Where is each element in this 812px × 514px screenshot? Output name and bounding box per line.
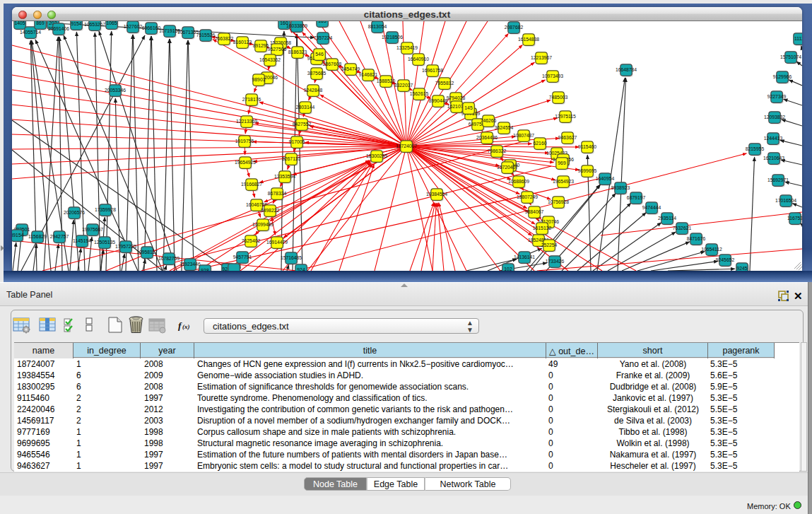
svg-text:10671355: 10671355 [177, 30, 199, 35]
svg-text:9245652: 9245652 [716, 257, 735, 262]
svg-text:917005: 917005 [289, 139, 305, 144]
svg-text:19218506: 19218506 [382, 35, 403, 40]
svg-text:1244413: 1244413 [764, 136, 783, 141]
svg-text:10654112: 10654112 [701, 247, 722, 252]
svg-text:9463627: 9463627 [558, 135, 577, 140]
svg-text:9474444: 9474444 [642, 205, 661, 210]
svg-text:869: 869 [36, 21, 45, 25]
svg-text:17359928: 17359928 [95, 207, 116, 212]
svg-text:252254: 252254 [541, 243, 558, 247]
svg-text:10973493: 10973493 [542, 74, 563, 78]
svg-text:20364436: 20364436 [476, 135, 498, 140]
svg-text:19166827: 19166827 [241, 182, 262, 187]
svg-text:14099489: 14099489 [252, 222, 273, 227]
svg-text:1640954: 1640954 [596, 176, 615, 181]
svg-text:16210643: 16210643 [763, 156, 784, 160]
svg-text:9884067: 9884067 [525, 209, 544, 214]
svg-text:116753: 116753 [787, 216, 802, 221]
svg-text:16914479: 16914479 [266, 240, 288, 245]
svg-text:3498222: 3498222 [261, 208, 280, 213]
svg-text:9227349: 9227349 [767, 94, 787, 99]
svg-text:2935114: 2935114 [658, 216, 676, 221]
svg-text:9115460: 9115460 [578, 144, 596, 149]
svg-text:1615132: 1615132 [533, 226, 552, 230]
svg-text:7955812: 7955812 [435, 81, 454, 86]
svg-text:19384554: 19384554 [426, 192, 447, 197]
svg-text:20053346: 20053346 [105, 88, 126, 93]
svg-text:15751074: 15751074 [780, 54, 801, 59]
svg-text:12975115: 12975115 [555, 114, 576, 119]
svg-text:10958117: 10958117 [136, 250, 158, 255]
svg-text:8938923: 8938923 [611, 185, 630, 190]
svg-text:8471676: 8471676 [687, 236, 706, 241]
svg-text:8427552: 8427552 [293, 122, 312, 127]
svg-text:6879197: 6879197 [627, 195, 646, 200]
svg-text:2087682: 2087682 [505, 25, 524, 30]
svg-text:13353594: 13353594 [274, 174, 295, 179]
svg-text:18807249: 18807249 [517, 194, 538, 199]
svg-text:145: 145 [464, 105, 473, 110]
svg-text:39154: 39154 [12, 233, 24, 238]
svg-text:16782759: 16782759 [158, 256, 180, 261]
svg-text:928: 928 [201, 268, 209, 271]
svg-text:12213967: 12213967 [531, 55, 552, 60]
svg-text:8454749: 8454749 [341, 66, 360, 71]
svg-text:3624554: 3624554 [495, 125, 514, 130]
svg-text:16154838: 16154838 [518, 37, 539, 42]
svg-text:2942757: 2942757 [50, 234, 69, 239]
svg-text:8186323: 8186323 [288, 49, 307, 54]
svg-text:19654925: 19654925 [235, 160, 256, 165]
svg-text:9242848: 9242848 [304, 88, 323, 93]
svg-text:9794028: 9794028 [447, 95, 466, 100]
svg-text:9129966: 9129966 [773, 74, 792, 79]
svg-text:16543362: 16543362 [259, 57, 281, 62]
svg-text:19654923: 19654923 [553, 179, 574, 184]
svg-text:20691406: 20691406 [48, 26, 69, 31]
svg-text:9457791: 9457791 [233, 255, 252, 259]
svg-text:7663822: 7663822 [215, 36, 234, 41]
svg-text:163: 163 [318, 21, 326, 23]
svg-text:7357224: 7357224 [314, 35, 333, 40]
svg-text:18300295: 18300295 [366, 153, 387, 158]
svg-text:8160123: 8160123 [233, 40, 252, 45]
svg-text:15692971: 15692971 [767, 177, 789, 182]
svg-text:9527506: 9527506 [268, 47, 287, 52]
svg-text:2867608: 2867608 [323, 62, 342, 66]
svg-text:11923446: 11923446 [180, 262, 201, 267]
svg-text:10756928: 10756928 [548, 199, 569, 204]
svg-text:7632621: 7632621 [673, 226, 692, 230]
svg-text:969: 969 [558, 160, 566, 165]
svg-text:1156829: 1156829 [28, 234, 47, 239]
svg-text:15720407: 15720407 [497, 165, 518, 170]
svg-text:9154: 9154 [71, 21, 81, 26]
svg-text:18724007: 18724007 [396, 144, 417, 148]
svg-text:1733426: 1733426 [546, 259, 565, 264]
svg-text:2803144: 2803144 [296, 105, 315, 110]
svg-text:20206576: 20206576 [64, 210, 85, 215]
svg-text:1145194: 1145194 [73, 238, 91, 243]
svg-text:9146821: 9146821 [359, 72, 378, 77]
svg-text:7485003: 7485003 [549, 95, 568, 100]
svg-text:12213369: 12213369 [236, 119, 257, 124]
svg-text:8678334: 8678334 [268, 191, 287, 196]
svg-text:2718176: 2718176 [242, 97, 261, 102]
svg-text:15716485: 15716485 [281, 255, 302, 260]
svg-text:7986322: 7986322 [488, 148, 507, 153]
svg-text:3875685: 3875685 [307, 71, 326, 76]
svg-text:16648784: 16648784 [616, 67, 637, 72]
svg-text:9245: 9245 [736, 266, 747, 271]
svg-text:10807487: 10807487 [513, 133, 534, 138]
svg-text:1919755: 1919755 [235, 139, 254, 144]
svg-text:19975667: 19975667 [82, 227, 103, 232]
svg-text:746266: 746266 [481, 118, 497, 123]
svg-text:8215955: 8215955 [746, 146, 765, 151]
svg-text:12093832: 12093832 [764, 115, 785, 119]
svg-text:546: 546 [315, 52, 324, 57]
svg-text:10653267: 10653267 [84, 22, 105, 27]
svg-text:1112: 1112 [794, 36, 802, 41]
svg-text:102: 102 [504, 267, 512, 271]
svg-text:14055714: 14055714 [20, 30, 41, 35]
svg-text:1065: 1065 [106, 21, 117, 25]
svg-text:1527602: 1527602 [124, 24, 143, 29]
svg-text:12505135: 12505135 [94, 240, 115, 245]
